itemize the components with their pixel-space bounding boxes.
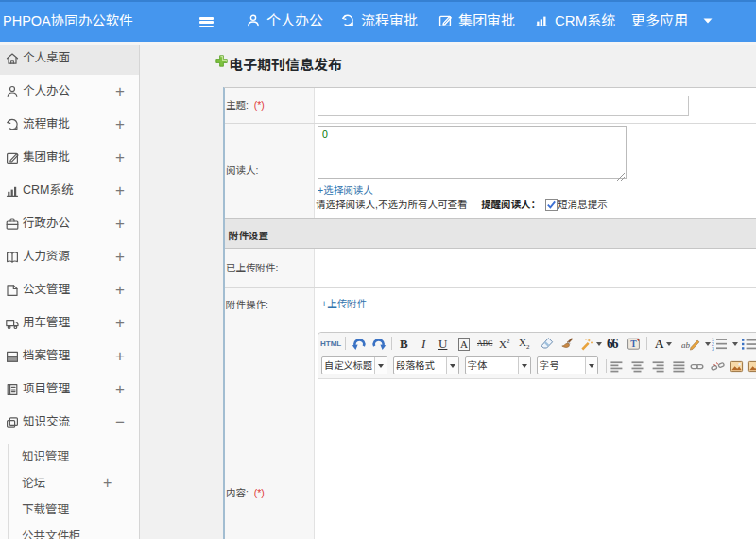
svg-text:T: T	[630, 339, 637, 349]
svg-text:ab: ab	[681, 340, 691, 350]
svg-text:3: 3	[712, 346, 714, 351]
